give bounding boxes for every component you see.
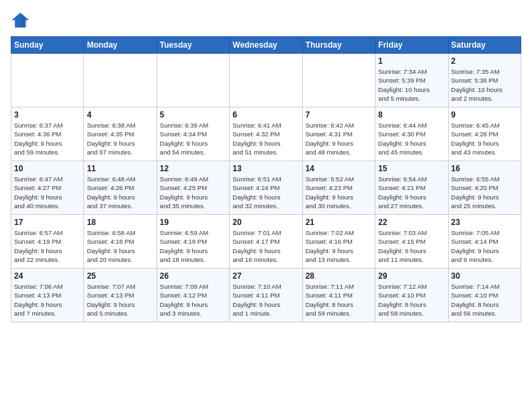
calendar-cell: 19Sunrise: 6:59 AM Sunset: 4:18 PM Dayli… [157, 215, 229, 269]
day-info: Sunrise: 6:52 AM Sunset: 4:23 PM Dayligh… [306, 175, 372, 210]
day-number: 3 [14, 110, 81, 120]
day-info: Sunrise: 6:45 AM Sunset: 4:28 PM Dayligh… [451, 121, 518, 156]
day-info: Sunrise: 6:39 AM Sunset: 4:34 PM Dayligh… [160, 121, 226, 156]
day-number: 21 [306, 218, 372, 227]
calendar-cell [157, 54, 229, 107]
day-info: Sunrise: 7:05 AM Sunset: 4:14 PM Dayligh… [451, 228, 518, 264]
day-number: 30 [451, 271, 518, 281]
day-info: Sunrise: 7:02 AM Sunset: 4:16 PM Dayligh… [306, 228, 372, 264]
day-info: Sunrise: 7:07 AM Sunset: 4:13 PM Dayligh… [87, 282, 153, 318]
calendar-cell: 24Sunrise: 7:06 AM Sunset: 4:13 PM Dayli… [11, 269, 84, 322]
day-info: Sunrise: 7:09 AM Sunset: 4:12 PM Dayligh… [160, 282, 226, 318]
day-info: Sunrise: 6:47 AM Sunset: 4:27 PM Dayligh… [14, 175, 81, 210]
calendar-cell: 5Sunrise: 6:39 AM Sunset: 4:34 PM Daylig… [157, 107, 229, 161]
day-number: 9 [451, 110, 518, 120]
calendar-cell: 9Sunrise: 6:45 AM Sunset: 4:28 PM Daylig… [448, 107, 521, 161]
day-info: Sunrise: 6:59 AM Sunset: 4:18 PM Dayligh… [160, 228, 226, 264]
day-number: 2 [451, 56, 518, 66]
day-number: 23 [451, 218, 518, 227]
calendar-cell: 10Sunrise: 6:47 AM Sunset: 4:27 PM Dayli… [11, 161, 84, 215]
day-number: 29 [378, 271, 445, 281]
day-info: Sunrise: 7:35 AM Sunset: 5:38 PM Dayligh… [451, 67, 518, 103]
day-info: Sunrise: 6:42 AM Sunset: 4:31 PM Dayligh… [306, 121, 372, 156]
day-number: 12 [160, 164, 226, 173]
weekday-header: Sunday [11, 37, 84, 54]
calendar-week-row: 3Sunrise: 6:37 AM Sunset: 4:36 PM Daylig… [11, 107, 521, 161]
calendar-cell: 4Sunrise: 6:38 AM Sunset: 4:35 PM Daylig… [84, 107, 157, 161]
calendar-cell: 11Sunrise: 6:48 AM Sunset: 4:26 PM Dayli… [84, 161, 157, 215]
calendar-table: SundayMondayTuesdayWednesdayThursdayFrid… [11, 36, 521, 322]
day-info: Sunrise: 6:37 AM Sunset: 4:36 PM Dayligh… [14, 121, 81, 156]
calendar-cell: 14Sunrise: 6:52 AM Sunset: 4:23 PM Dayli… [302, 161, 375, 215]
calendar-cell: 22Sunrise: 7:03 AM Sunset: 4:15 PM Dayli… [375, 215, 448, 269]
day-number: 7 [306, 110, 372, 120]
calendar-cell: 1Sunrise: 7:34 AM Sunset: 5:39 PM Daylig… [375, 54, 448, 107]
calendar-cell: 29Sunrise: 7:12 AM Sunset: 4:10 PM Dayli… [375, 269, 448, 322]
day-number: 25 [87, 271, 153, 281]
calendar-cell: 18Sunrise: 6:58 AM Sunset: 4:18 PM Dayli… [84, 215, 157, 269]
header [11, 11, 521, 30]
calendar-cell: 13Sunrise: 6:51 AM Sunset: 4:24 PM Dayli… [230, 161, 302, 215]
weekday-header: Thursday [302, 37, 375, 54]
calendar-cell [302, 54, 375, 107]
day-info: Sunrise: 7:01 AM Sunset: 4:17 PM Dayligh… [232, 228, 299, 264]
calendar-cell: 7Sunrise: 6:42 AM Sunset: 4:31 PM Daylig… [302, 107, 375, 161]
weekday-header: Friday [375, 37, 448, 54]
weekday-header: Wednesday [230, 37, 302, 54]
calendar-cell [230, 54, 302, 107]
day-info: Sunrise: 6:58 AM Sunset: 4:18 PM Dayligh… [87, 228, 153, 264]
day-info: Sunrise: 7:03 AM Sunset: 4:15 PM Dayligh… [378, 228, 445, 264]
calendar-cell: 27Sunrise: 7:10 AM Sunset: 4:11 PM Dayli… [230, 269, 302, 322]
day-info: Sunrise: 7:14 AM Sunset: 4:10 PM Dayligh… [451, 282, 518, 318]
calendar-cell: 26Sunrise: 7:09 AM Sunset: 4:12 PM Dayli… [157, 269, 229, 322]
weekday-header: Saturday [448, 37, 521, 54]
calendar-cell: 30Sunrise: 7:14 AM Sunset: 4:10 PM Dayli… [448, 269, 521, 322]
calendar-cell [11, 54, 84, 107]
day-info: Sunrise: 7:11 AM Sunset: 4:11 PM Dayligh… [306, 282, 372, 318]
day-number: 15 [378, 164, 445, 173]
calendar-cell: 12Sunrise: 6:49 AM Sunset: 4:25 PM Dayli… [157, 161, 229, 215]
calendar-cell: 23Sunrise: 7:05 AM Sunset: 4:14 PM Dayli… [448, 215, 521, 269]
calendar-week-row: 1Sunrise: 7:34 AM Sunset: 5:39 PM Daylig… [11, 54, 521, 107]
calendar-cell: 3Sunrise: 6:37 AM Sunset: 4:36 PM Daylig… [11, 107, 84, 161]
day-info: Sunrise: 6:55 AM Sunset: 4:20 PM Dayligh… [451, 175, 518, 210]
day-info: Sunrise: 6:38 AM Sunset: 4:35 PM Dayligh… [87, 121, 153, 156]
calendar-cell: 25Sunrise: 7:07 AM Sunset: 4:13 PM Dayli… [84, 269, 157, 322]
day-number: 18 [87, 218, 153, 227]
day-number: 27 [232, 271, 299, 281]
calendar-cell: 15Sunrise: 6:54 AM Sunset: 4:21 PM Dayli… [375, 161, 448, 215]
weekday-header: Monday [84, 37, 157, 54]
calendar-cell: 2Sunrise: 7:35 AM Sunset: 5:38 PM Daylig… [448, 54, 521, 107]
day-info: Sunrise: 7:10 AM Sunset: 4:11 PM Dayligh… [232, 282, 299, 318]
day-number: 5 [160, 110, 226, 120]
calendar-cell: 17Sunrise: 6:57 AM Sunset: 4:19 PM Dayli… [11, 215, 84, 269]
day-number: 28 [306, 271, 372, 281]
day-number: 26 [160, 271, 226, 281]
day-number: 11 [87, 164, 153, 173]
calendar-body: 1Sunrise: 7:34 AM Sunset: 5:39 PM Daylig… [11, 54, 521, 322]
day-number: 16 [451, 164, 518, 173]
day-number: 17 [14, 218, 81, 227]
day-number: 24 [14, 271, 81, 281]
calendar-header: SundayMondayTuesdayWednesdayThursdayFrid… [11, 37, 521, 54]
day-number: 6 [232, 110, 299, 120]
calendar-week-row: 10Sunrise: 6:47 AM Sunset: 4:27 PM Dayli… [11, 161, 521, 215]
day-number: 14 [306, 164, 372, 173]
day-number: 1 [378, 56, 445, 66]
day-number: 8 [378, 110, 445, 120]
day-number: 20 [232, 218, 299, 227]
day-info: Sunrise: 7:06 AM Sunset: 4:13 PM Dayligh… [14, 282, 81, 318]
calendar-week-row: 17Sunrise: 6:57 AM Sunset: 4:19 PM Dayli… [11, 215, 521, 269]
day-info: Sunrise: 6:41 AM Sunset: 4:32 PM Dayligh… [232, 121, 299, 156]
day-number: 4 [87, 110, 153, 120]
day-info: Sunrise: 7:34 AM Sunset: 5:39 PM Dayligh… [378, 67, 445, 103]
day-info: Sunrise: 6:48 AM Sunset: 4:26 PM Dayligh… [87, 175, 153, 210]
day-info: Sunrise: 7:12 AM Sunset: 4:10 PM Dayligh… [378, 282, 445, 318]
day-number: 10 [14, 164, 81, 173]
logo-icon [11, 11, 30, 30]
day-info: Sunrise: 6:51 AM Sunset: 4:24 PM Dayligh… [232, 175, 299, 210]
day-number: 19 [160, 218, 226, 227]
calendar-cell: 21Sunrise: 7:02 AM Sunset: 4:16 PM Dayli… [302, 215, 375, 269]
calendar-cell: 8Sunrise: 6:44 AM Sunset: 4:30 PM Daylig… [375, 107, 448, 161]
calendar-week-row: 24Sunrise: 7:06 AM Sunset: 4:13 PM Dayli… [11, 269, 521, 322]
